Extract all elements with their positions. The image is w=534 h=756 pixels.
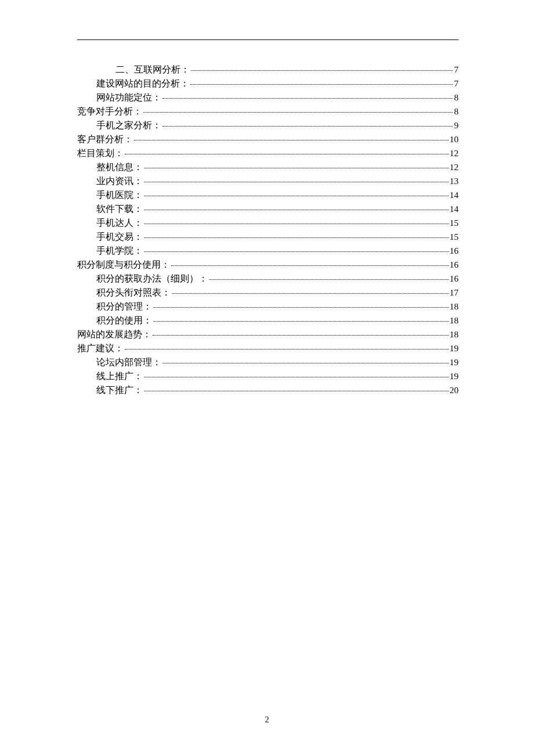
toc-page-number: 8 (454, 107, 459, 116)
toc-label: 积分的获取办法（细则）： (96, 274, 208, 283)
toc-page-number: 18 (450, 316, 459, 325)
toc-leader-dots (191, 70, 453, 71)
toc-leader-dots (153, 321, 449, 322)
toc-row[interactable]: 网站的发展趋势：18 (77, 330, 459, 344)
toc-page-number: 8 (454, 93, 459, 102)
toc-label: 建设网站的目的分析： (96, 79, 189, 88)
toc-row[interactable]: 网站功能定位：8 (77, 93, 459, 107)
toc-leader-dots (134, 140, 449, 141)
toc-page-number: 13 (450, 177, 459, 186)
toc-leader-dots (144, 251, 449, 252)
toc-label: 网站的发展趋势： (77, 330, 151, 339)
toc-row[interactable]: 手机达人：15 (77, 218, 459, 232)
toc-row[interactable]: 二、互联网分析：7 (77, 65, 459, 79)
toc-label: 线上推广： (96, 372, 143, 381)
toc-leader-dots (153, 335, 449, 336)
toc-leader-dots (171, 265, 449, 266)
toc-page-number: 17 (450, 288, 459, 297)
toc-leader-dots (144, 196, 449, 196)
toc-label: 二、互联网分析： (116, 65, 190, 74)
toc-row[interactable]: 业内资讯：13 (77, 177, 459, 190)
toc-leader-dots (125, 349, 449, 350)
toc-label: 手机之家分析： (96, 121, 161, 130)
table-of-contents: 二、互联网分析：7建设网站的目的分析：7网站功能定位：8竞争对手分析：8手机之家… (77, 65, 459, 399)
toc-label: 网站功能定位： (96, 93, 161, 102)
toc-page-number: 18 (450, 330, 459, 339)
toc-page-number: 9 (454, 121, 459, 130)
toc-row[interactable]: 积分的获取办法（细则）：16 (77, 274, 459, 288)
toc-label: 推广建议： (77, 344, 124, 353)
toc-label: 手机达人： (96, 218, 143, 228)
toc-leader-dots (144, 168, 449, 168)
header-rule (77, 39, 459, 40)
toc-label: 竞争对手分析： (77, 107, 142, 116)
toc-row[interactable]: 积分头衔对照表：17 (77, 288, 459, 302)
toc-leader-dots (163, 98, 453, 99)
toc-page-number: 16 (450, 274, 459, 283)
toc-row[interactable]: 积分的使用：18 (77, 316, 459, 330)
toc-label: 整机信息： (96, 163, 143, 172)
toc-row[interactable]: 推广建议：19 (77, 344, 459, 358)
toc-leader-dots (143, 112, 453, 113)
toc-page-number: 19 (450, 372, 459, 381)
toc-page-number: 19 (450, 358, 459, 367)
toc-leader-dots (125, 154, 449, 154)
toc-row[interactable]: 线下推广：20 (77, 386, 459, 399)
toc-leader-dots (190, 84, 453, 85)
toc-row[interactable]: 手机交易：15 (77, 232, 459, 246)
toc-label: 积分制度与积分使用： (77, 260, 170, 269)
toc-leader-dots (163, 126, 453, 127)
toc-label: 积分的使用： (96, 316, 152, 325)
toc-label: 手机交易： (96, 232, 143, 242)
toc-leader-dots (144, 182, 449, 182)
toc-label: 手机医院： (96, 190, 143, 200)
toc-page-number: 15 (450, 232, 459, 242)
toc-page-number: 12 (450, 149, 459, 158)
toc-row[interactable]: 软件下载：14 (77, 204, 459, 218)
toc-page-number: 14 (450, 190, 459, 200)
toc-row[interactable]: 积分制度与积分使用：16 (77, 260, 459, 274)
page-number: 2 (0, 715, 534, 725)
toc-label: 论坛内部管理： (96, 358, 161, 367)
toc-leader-dots (209, 279, 449, 280)
toc-page-number: 20 (450, 386, 459, 395)
toc-page-number: 16 (450, 260, 459, 269)
toc-page-number: 18 (450, 302, 459, 311)
toc-row[interactable]: 手机医院：14 (77, 190, 459, 204)
toc-page-number: 15 (450, 218, 459, 228)
toc-page-number: 7 (454, 65, 459, 74)
toc-label: 积分的管理： (96, 302, 152, 311)
toc-row[interactable]: 客户群分析：10 (77, 135, 459, 149)
toc-page-number: 16 (450, 246, 459, 255)
toc-row[interactable]: 建设网站的目的分析：7 (77, 79, 459, 93)
toc-page-number: 12 (450, 163, 459, 172)
toc-leader-dots (144, 210, 449, 210)
toc-row[interactable]: 积分的管理：18 (77, 302, 459, 316)
toc-row[interactable]: 手机之家分析：9 (77, 121, 459, 135)
toc-label: 软件下载： (96, 204, 143, 214)
toc-leader-dots (144, 224, 449, 224)
toc-row[interactable]: 竞争对手分析：8 (77, 107, 459, 121)
toc-leader-dots (144, 237, 449, 238)
toc-page-number: 19 (450, 344, 459, 353)
toc-page-number: 7 (454, 79, 459, 88)
toc-leader-dots (172, 293, 449, 294)
toc-leader-dots (163, 363, 449, 363)
toc-page-number: 10 (450, 135, 459, 144)
toc-row[interactable]: 整机信息：12 (77, 163, 459, 177)
page: 二、互联网分析：7建设网站的目的分析：7网站功能定位：8竞争对手分析：8手机之家… (0, 0, 534, 756)
toc-row[interactable]: 线上推广：19 (77, 372, 459, 386)
toc-label: 栏目策划： (77, 149, 124, 158)
toc-page-number: 14 (450, 204, 459, 214)
toc-label: 线下推广： (96, 386, 143, 395)
toc-row[interactable]: 栏目策划：12 (77, 149, 459, 163)
toc-label: 手机学院： (96, 246, 143, 255)
toc-leader-dots (144, 377, 449, 377)
toc-label: 积分头衔对照表： (96, 288, 171, 297)
toc-label: 业内资讯： (96, 177, 143, 186)
toc-leader-dots (153, 307, 449, 308)
toc-label: 客户群分析： (77, 135, 133, 144)
toc-row[interactable]: 论坛内部管理：19 (77, 358, 459, 372)
toc-row[interactable]: 手机学院：16 (77, 246, 459, 260)
toc-leader-dots (144, 391, 449, 391)
